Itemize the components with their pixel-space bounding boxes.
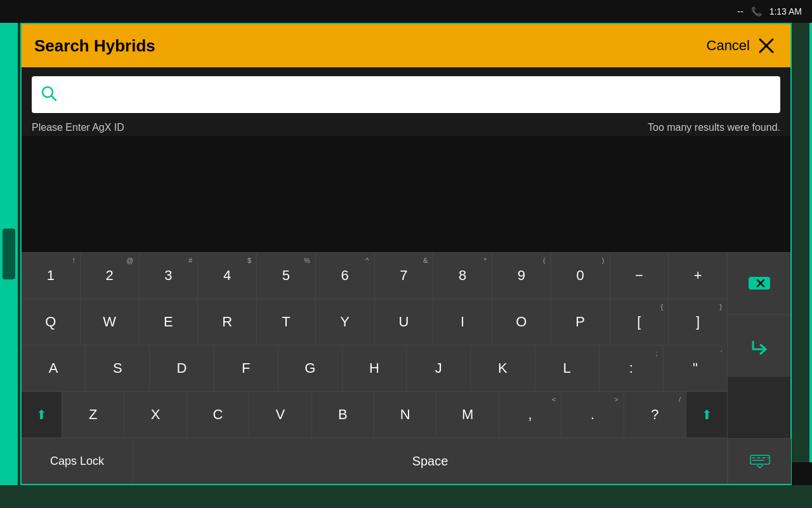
key-9[interactable]: (9 bbox=[492, 253, 551, 298]
svg-rect-8 bbox=[750, 455, 769, 464]
right-edge-bar bbox=[809, 23, 812, 485]
cancel-label: Cancel bbox=[707, 37, 750, 54]
key-o[interactable]: O bbox=[492, 299, 551, 345]
key-d[interactable]: D bbox=[150, 345, 214, 391]
key-x[interactable]: X bbox=[124, 392, 187, 438]
keyboard-wrapper: !1 @2 #3 $4 %5 ^6 &7 *8 (9 )0 − + Q W bbox=[22, 252, 790, 484]
svg-line-3 bbox=[51, 96, 56, 100]
key-3[interactable]: #3 bbox=[140, 253, 199, 298]
left-edge-bar bbox=[0, 23, 18, 485]
key-8[interactable]: *8 bbox=[433, 253, 492, 298]
key-question[interactable]: /? bbox=[624, 392, 686, 438]
caps-lock-key[interactable]: Caps Lock bbox=[22, 438, 133, 484]
shift-right-key[interactable]: ⬆ bbox=[686, 392, 727, 438]
keyboard-side bbox=[727, 252, 790, 484]
key-e[interactable]: E bbox=[140, 299, 199, 345]
sub-slash: / bbox=[679, 396, 681, 403]
do-not-disturb-icon: -- bbox=[737, 6, 743, 17]
key-0[interactable]: )0 bbox=[551, 253, 610, 298]
search-input-wrapper bbox=[32, 76, 780, 113]
space-key[interactable]: Space bbox=[133, 438, 727, 484]
sub-7: & bbox=[423, 257, 428, 264]
key-row-numbers: !1 @2 #3 $4 %5 ^6 &7 *8 (9 )0 − + bbox=[22, 252, 727, 298]
keyboard-area: !1 @2 #3 $4 %5 ^6 &7 *8 (9 )0 − + Q W bbox=[22, 136, 790, 484]
sub-0: ) bbox=[602, 257, 605, 264]
shift-left-key[interactable]: ⬆ bbox=[22, 392, 62, 438]
sub-8: * bbox=[484, 257, 487, 264]
hint-right-text: Too many results were found. bbox=[648, 122, 780, 133]
search-dialog: Search Hybrids Cancel Please Enter bbox=[20, 23, 792, 485]
sub-6: ^ bbox=[365, 257, 369, 264]
key-c[interactable]: C bbox=[187, 392, 249, 438]
key-s[interactable]: S bbox=[86, 345, 150, 391]
sub-4: $ bbox=[247, 257, 251, 264]
key-a[interactable]: A bbox=[22, 345, 86, 391]
hide-keyboard-key[interactable] bbox=[728, 438, 791, 484]
hint-left-text: Please Enter AgX ID bbox=[32, 122, 124, 133]
key-bracket-close[interactable]: }] bbox=[669, 299, 727, 345]
key-r[interactable]: R bbox=[198, 299, 257, 345]
key-g[interactable]: G bbox=[278, 345, 343, 391]
key-f[interactable]: F bbox=[214, 345, 278, 391]
key-n[interactable]: N bbox=[374, 392, 436, 438]
status-time: 1:13 AM bbox=[769, 6, 802, 17]
key-5[interactable]: %5 bbox=[257, 253, 316, 298]
key-b[interactable]: B bbox=[312, 392, 374, 438]
key-row-asdf: A S D F G H J K L ;: '" bbox=[22, 345, 727, 391]
sub-brace-close: } bbox=[719, 303, 722, 311]
sub-5: % bbox=[304, 257, 310, 264]
phone-icon: 📞 bbox=[751, 6, 762, 17]
sub-brace-open: { bbox=[661, 303, 664, 311]
cancel-area[interactable]: Cancel bbox=[707, 34, 778, 57]
key-comma[interactable]: <, bbox=[499, 392, 561, 438]
key-w[interactable]: W bbox=[81, 299, 140, 345]
sub-lt: < bbox=[552, 396, 556, 403]
key-u[interactable]: U bbox=[375, 299, 434, 345]
keyboard-main: !1 @2 #3 $4 %5 ^6 &7 *8 (9 )0 − + Q W bbox=[22, 252, 727, 484]
sub-single-quote: ' bbox=[721, 349, 722, 357]
key-y[interactable]: Y bbox=[316, 299, 375, 345]
key-i[interactable]: I bbox=[433, 299, 492, 345]
sub-2: @ bbox=[126, 257, 133, 264]
key-4[interactable]: $4 bbox=[198, 253, 257, 298]
key-period[interactable]: >. bbox=[561, 392, 624, 438]
sub-9: ( bbox=[543, 257, 546, 264]
side-spacer bbox=[728, 376, 790, 438]
key-row-qwerty: Q W E R T Y U I O P {[ }] bbox=[22, 298, 727, 345]
close-button[interactable] bbox=[755, 34, 778, 57]
key-t[interactable]: T bbox=[257, 299, 316, 345]
key-7[interactable]: &7 bbox=[375, 253, 434, 298]
key-6[interactable]: ^6 bbox=[316, 253, 375, 298]
key-v[interactable]: V bbox=[249, 392, 311, 438]
key-minus[interactable]: − bbox=[610, 253, 669, 298]
key-plus[interactable]: + bbox=[669, 253, 727, 298]
sub-semicolon: ; bbox=[656, 349, 658, 357]
sub-1: ! bbox=[73, 257, 75, 264]
search-area bbox=[22, 67, 790, 117]
dialog-header: Search Hybrids Cancel bbox=[22, 24, 790, 67]
key-colon[interactable]: ;: bbox=[599, 345, 664, 391]
search-icon bbox=[41, 85, 57, 104]
key-j[interactable]: J bbox=[407, 345, 471, 391]
dialog-title: Search Hybrids bbox=[34, 36, 155, 56]
key-quote[interactable]: '" bbox=[664, 345, 727, 391]
key-h[interactable]: H bbox=[343, 345, 407, 391]
status-bar: -- 📞 1:13 AM bbox=[0, 0, 812, 23]
hint-row: Please Enter AgX ID Too many results wer… bbox=[22, 117, 790, 136]
key-k[interactable]: K bbox=[471, 345, 535, 391]
key-row-bottom: Caps Lock Space bbox=[22, 438, 727, 484]
key-bracket-open[interactable]: {[ bbox=[610, 299, 669, 345]
key-z[interactable]: Z bbox=[62, 392, 124, 438]
search-input[interactable] bbox=[63, 88, 771, 102]
sub-3: # bbox=[188, 257, 192, 264]
key-m[interactable]: M bbox=[436, 392, 499, 438]
key-l[interactable]: L bbox=[535, 345, 599, 391]
sub-gt: > bbox=[614, 396, 618, 403]
key-1[interactable]: !1 bbox=[22, 253, 81, 298]
delete-key[interactable] bbox=[728, 252, 790, 314]
key-2[interactable]: @2 bbox=[81, 253, 140, 298]
key-q[interactable]: Q bbox=[22, 299, 81, 345]
key-row-zxcv: ⬆ Z X C V B N M <, >. /? ⬆ bbox=[22, 391, 727, 438]
enter-key[interactable] bbox=[728, 314, 790, 377]
key-p[interactable]: P bbox=[551, 299, 610, 345]
